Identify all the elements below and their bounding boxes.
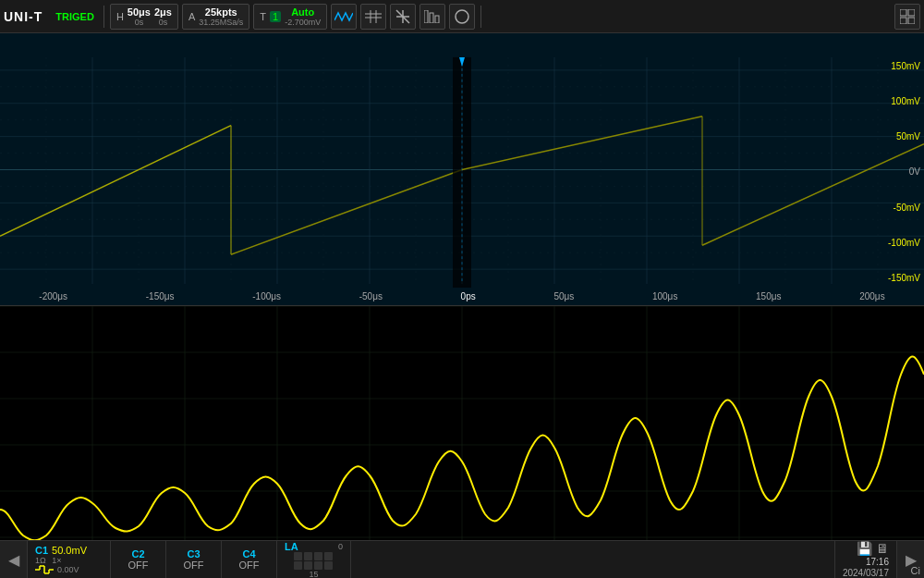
time-plus200: 200μs [859, 291, 884, 301]
trig-level: -2.700mV [285, 18, 321, 27]
t-label: T [260, 11, 266, 22]
ch1-coupling: 1Ω 1× [35, 556, 103, 565]
volt-minus100mv: -100mV [888, 238, 920, 248]
brand-uni-label: UNI-T [4, 9, 43, 24]
volt-100mv: 100mV [888, 96, 920, 106]
la-dot-2 [304, 552, 312, 560]
ch1-header: C1 50.0mV [35, 545, 103, 556]
la-dot-6 [304, 561, 312, 570]
volt-150mv: 150mV [888, 61, 920, 71]
timebase-section[interactable]: H 50μs 0s 2μs 0s [110, 4, 178, 30]
acquire-section[interactable]: A 25kpts 31.25MSa/s [182, 4, 249, 30]
triged-label: TRIGED [55, 11, 94, 22]
time-axis: -200μs -150μs -100μs -50μs 0ps 50μs 100μ… [0, 287, 924, 305]
time-minus200: -200μs [39, 291, 67, 301]
delay-value: 2μs [154, 6, 172, 18]
main-area: 波形窗口 [0, 33, 924, 540]
time-0: 0ps [461, 291, 476, 301]
layout-icon-btn[interactable] [894, 4, 920, 30]
la-dot-8 [324, 561, 333, 570]
h-label: H [116, 11, 124, 22]
la-dot-4 [324, 552, 333, 560]
svg-rect-7 [424, 10, 428, 23]
ch3-name: C3 [187, 548, 200, 560]
svg-rect-13 [900, 18, 906, 24]
ch1-name: C1 [35, 545, 48, 556]
la-grid [294, 552, 334, 570]
ci-label: Ci [907, 563, 924, 578]
statusbar-spacer [351, 541, 834, 578]
bars-icon-btn[interactable] [419, 4, 445, 30]
osc-waveform [0, 306, 924, 540]
waveform-grid [0, 33, 924, 305]
osc-panel: 1 ◀ [0, 306, 924, 540]
svg-rect-9 [435, 16, 439, 23]
timebase-value: 50μs [128, 6, 151, 18]
circle-icon-btn[interactable] [449, 4, 475, 30]
a-label: A [188, 11, 195, 22]
nav-left-btn[interactable]: ◀ [0, 541, 28, 578]
volt-50mv: 50mV [888, 131, 920, 141]
ch4-value: OFF [239, 560, 260, 571]
la-num: 15 [309, 570, 318, 579]
ch4-channel[interactable]: C4 OFF [222, 541, 277, 578]
brand-logo: UNI-T [4, 9, 44, 24]
volt-minus150mv: -150mV [888, 273, 920, 283]
la-value: 0 [338, 542, 343, 551]
svg-rect-12 [908, 9, 915, 16]
waveform-icon-btn[interactable] [331, 4, 357, 30]
la-section[interactable]: LA 0 15 [277, 541, 351, 578]
trigger-section[interactable]: T 1 Auto -2.700mV [253, 4, 327, 30]
svg-rect-11 [900, 9, 906, 16]
ch1-dc-val: 0.00V [57, 565, 79, 574]
time-plus100: 100μs [652, 291, 677, 301]
volt-minus50mv: -50mV [888, 203, 920, 213]
svg-rect-8 [430, 13, 433, 23]
time-plus150: 150μs [756, 291, 781, 301]
la-dot-5 [294, 561, 302, 570]
date-display: 2024/03/17 [843, 568, 889, 578]
divider-1 [103, 6, 104, 28]
timebase-offset: 0s [135, 18, 144, 27]
cross-icon-btn[interactable] [390, 4, 416, 30]
time-display: 17:16 [866, 557, 889, 567]
time-minus100: -100μs [252, 291, 281, 301]
ch2-name: C2 [131, 548, 144, 560]
time-minus150: -150μs [146, 291, 175, 301]
usb-icon[interactable]: 🖥 [876, 541, 889, 556]
delay-offset: 0s [159, 18, 168, 27]
ch2-channel[interactable]: C2 OFF [111, 541, 166, 578]
ch1-channel[interactable]: C1 50.0mV 1Ω 1× 0.00V [28, 541, 111, 578]
sample-rate: 25kpts [205, 6, 237, 18]
la-dot-7 [314, 561, 322, 570]
volt-0v: 0V [888, 166, 920, 177]
svg-point-10 [456, 10, 468, 23]
right-icons: 💾 🖥 [857, 541, 889, 556]
ch1-wave-icon [35, 565, 54, 574]
ch4-name: C4 [242, 548, 255, 560]
trigger-num: 1 [270, 11, 281, 22]
auto-label: Auto [291, 6, 314, 18]
divider-2 [480, 6, 481, 28]
la-dot-1 [294, 552, 302, 560]
sample-rate2: 31.25MSa/s [199, 18, 243, 27]
la-name: LA [285, 541, 298, 552]
statusbar: ◀ C1 50.0mV 1Ω 1× 0.00V C2 OFF [0, 540, 924, 578]
grid-icon-btn[interactable] [360, 4, 386, 30]
la-dot-3 [314, 552, 322, 560]
ch3-channel[interactable]: C3 OFF [166, 541, 222, 578]
toolbar: UNI-T TRIGED H 50μs 0s 2μs 0s A 25kpts 3… [0, 0, 924, 33]
time-plus50: 50μs [553, 291, 574, 301]
svg-rect-14 [908, 18, 915, 24]
ch2-value: OFF [128, 560, 149, 571]
save-icon[interactable]: 💾 [857, 541, 872, 556]
time-minus50: -50μs [359, 291, 383, 301]
volt-axis: 150mV 100mV 50mV 0V -50mV -100mV -150mV [888, 61, 920, 283]
waveform-panel: 波形窗口 [0, 33, 924, 306]
statusbar-right: 💾 🖥 17:16 2024/03/17 [834, 541, 896, 578]
ch1-value: 50.0mV [52, 545, 87, 556]
ch3-value: OFF [184, 560, 204, 571]
